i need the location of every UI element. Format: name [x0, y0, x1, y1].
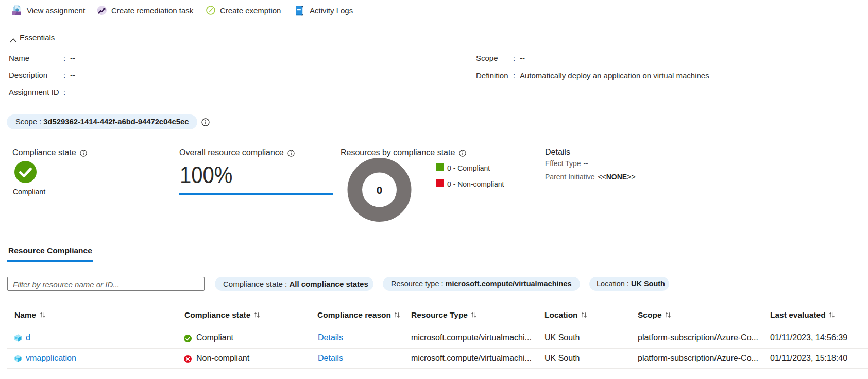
svg-text:0: 0 [377, 184, 382, 196]
